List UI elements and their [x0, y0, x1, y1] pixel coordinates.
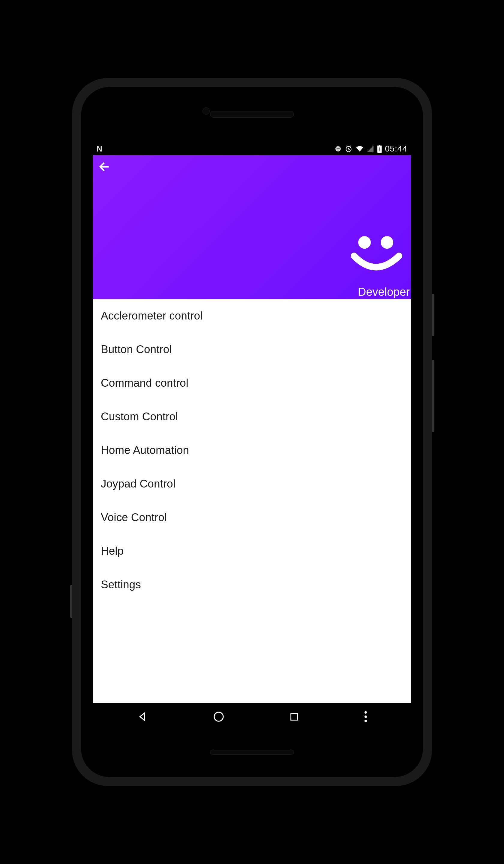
nav-menu-button[interactable] [361, 708, 370, 726]
menu-item-label: Home Automation [101, 444, 189, 456]
alarm-icon [345, 145, 352, 153]
menu-item-label: Command control [101, 377, 189, 389]
menu-item-settings[interactable]: Settings [93, 568, 411, 601]
svg-rect-1 [337, 148, 339, 149]
earpiece-speaker [210, 111, 294, 118]
menu-item-joypad-control[interactable]: Joypad Control [93, 467, 411, 501]
phone-frame: N [72, 78, 432, 786]
menu-item-accelerometer[interactable]: Acclerometer control [93, 299, 411, 333]
wifi-icon [356, 145, 364, 152]
menu-item-button-control[interactable]: Button Control [93, 333, 411, 366]
menu-item-label: Custom Control [101, 410, 178, 423]
menu-item-label: Joypad Control [101, 478, 176, 490]
status-bar: N [93, 143, 411, 155]
power-button[interactable] [432, 294, 434, 336]
battery-charging-icon [377, 145, 382, 153]
navigation-bar [93, 703, 411, 731]
do-not-disturb-icon [335, 145, 342, 152]
svg-point-6 [381, 236, 393, 249]
svg-point-9 [364, 711, 367, 714]
screen: N [93, 143, 411, 731]
status-right: 05:44 [335, 144, 407, 154]
status-time: 05:44 [385, 144, 407, 154]
svg-rect-4 [379, 145, 381, 145]
menu-item-label: Help [101, 545, 123, 557]
menu-list: Acclerometer control Button Control Comm… [93, 299, 411, 601]
menu-item-command-control[interactable]: Command control [93, 366, 411, 400]
menu-item-label: Voice Control [101, 511, 167, 524]
nav-back-button[interactable] [134, 708, 152, 726]
svg-point-11 [364, 720, 367, 722]
svg-point-5 [358, 236, 371, 249]
cell-signal-icon [367, 145, 374, 152]
svg-point-7 [214, 712, 223, 721]
bottom-speaker [210, 750, 294, 755]
svg-point-10 [364, 716, 367, 718]
menu-item-custom-control[interactable]: Custom Control [93, 400, 411, 433]
menu-item-home-automation[interactable]: Home Automation [93, 433, 411, 467]
developer-label: Developer [358, 286, 410, 299]
menu-item-help[interactable]: Help [93, 534, 411, 568]
menu-item-label: Settings [101, 578, 141, 591]
front-camera [203, 107, 210, 115]
svg-rect-8 [291, 713, 298, 720]
menu-item-label: Button Control [101, 343, 172, 356]
volume-button[interactable] [432, 360, 434, 432]
nav-recent-button[interactable] [285, 708, 303, 726]
android-n-icon: N [97, 144, 102, 154]
app-header: Developer [93, 155, 411, 299]
nav-home-button[interactable] [210, 708, 228, 726]
phone-inner: N [81, 87, 423, 777]
content-area: Developer Acclerometer control Button Co… [93, 155, 411, 703]
menu-item-label: Acclerometer control [101, 310, 203, 322]
side-button-left[interactable] [70, 585, 72, 618]
smiley-icon [348, 235, 405, 281]
menu-item-voice-control[interactable]: Voice Control [93, 501, 411, 534]
status-left: N [97, 144, 102, 154]
back-arrow-icon[interactable] [98, 160, 112, 175]
